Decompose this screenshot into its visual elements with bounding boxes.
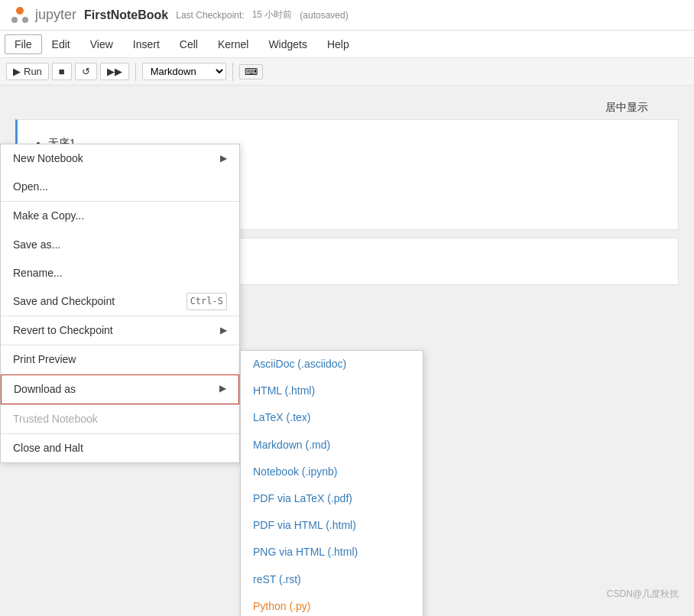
centered-display: 居中显示 [15, 101, 679, 115]
submenu-python[interactable]: Python (.py) [241, 593, 423, 616]
save-checkpoint-shortcut: Ctrl-S [186, 293, 227, 311]
submenu-png-html[interactable]: PNG via HTML (.html) [241, 539, 423, 566]
jupyter-logo-icon [9, 5, 31, 26]
menu-view[interactable]: View [80, 34, 123, 54]
new-notebook-arrow: ▶ [220, 151, 227, 167]
menu-edit[interactable]: Edit [42, 34, 80, 54]
file-dropdown: New Notebook ▶ Open... Make a Copy... Sa… [0, 144, 240, 463]
menu-kernel[interactable]: Kernel [208, 34, 258, 54]
dropdown-section-2: Make a Copy... Save as... Rename... Save… [1, 202, 239, 316]
submenu-asciidoc[interactable]: AsciiDoc (.asciidoc) [241, 351, 423, 378]
new-notebook-label: New Notebook [13, 149, 83, 168]
close-halt-label: Close and Halt [13, 439, 83, 458]
menu-print-preview[interactable]: Print Preview [1, 345, 239, 374]
menu-widgets[interactable]: Widgets [258, 34, 317, 54]
fast-forward-button[interactable]: ▶▶ [100, 63, 129, 80]
menu-cell[interactable]: Cell [170, 34, 208, 54]
menu-help[interactable]: Help [317, 34, 359, 54]
menu-revert-checkpoint[interactable]: Revert to Checkpoint ▶ [1, 316, 239, 345]
autosaved-label: (autosaved) [300, 10, 348, 21]
fast-forward-icon: ▶▶ [107, 66, 122, 77]
toolbar-separator-2 [232, 63, 233, 81]
stop-button[interactable]: ■ [52, 63, 72, 80]
dropdown-section-6: Close and Halt [1, 434, 239, 462]
main-content: 居中显示 无序1 无序2 有序1 有序2 代码块 print('用ta定语言')… [0, 86, 694, 616]
checkpoint-time: 15 小时前 [252, 8, 293, 21]
svg-point-0 [16, 7, 24, 15]
dropdown-section-5: Trusted Notebook [1, 405, 239, 434]
menu-new-notebook[interactable]: New Notebook ▶ [1, 144, 239, 173]
open-label: Open... [13, 177, 48, 196]
cell-type-select[interactable]: Code Markdown Raw NBConvert Heading [142, 63, 226, 80]
menu-open[interactable]: Open... [1, 173, 239, 201]
rename-label: Rename... [13, 264, 63, 283]
menu-file[interactable]: File [5, 34, 42, 54]
revert-checkpoint-label: Revert to Checkpoint [13, 321, 113, 340]
watermark: CSDN@几度秋扰 [607, 588, 679, 601]
restart-icon: ↺ [82, 66, 90, 77]
trusted-notebook-label: Trusted Notebook [13, 410, 98, 429]
notebook-title: FirstNoteBook [84, 8, 168, 22]
print-preview-label: Print Preview [13, 350, 76, 369]
save-as-label: Save as... [13, 235, 60, 255]
toolbar: ▶ Run ■ ↺ ▶▶ Code Markdown Raw NBConvert… [0, 58, 694, 86]
menu-save-as[interactable]: Save as... [1, 231, 239, 259]
submenu-pdf-latex[interactable]: PDF via LaTeX (.pdf) [241, 485, 423, 512]
menu-insert[interactable]: Insert [123, 34, 170, 54]
download-as-label: Download as [14, 380, 76, 399]
submenu-html[interactable]: HTML (.html) [241, 378, 423, 404]
top-bar: jupyter FirstNoteBook Last Checkpoint: 1… [0, 0, 694, 31]
run-icon: ▶ [13, 66, 21, 77]
run-button[interactable]: ▶ Run [6, 63, 49, 80]
menu-trusted-notebook: Trusted Notebook [1, 405, 239, 433]
make-copy-label: Make a Copy... [13, 206, 84, 225]
download-as-arrow: ▶ [219, 381, 226, 397]
keyboard-icon: ⌨ [245, 66, 258, 77]
dropdown-section-1: New Notebook ▶ Open... [1, 144, 239, 202]
menu-make-copy[interactable]: Make a Copy... [1, 202, 239, 230]
menu-bar: File Edit View Insert Cell Kernel Widget… [0, 31, 694, 58]
svg-point-2 [22, 17, 28, 23]
submenu-pdf-html[interactable]: PDF via HTML (.html) [241, 512, 423, 539]
submenu-latex[interactable]: LaTeX (.tex) [241, 404, 423, 431]
menu-rename[interactable]: Rename... [1, 259, 239, 287]
save-checkpoint-label: Save and Checkpoint [13, 292, 115, 311]
toolbar-separator [135, 63, 136, 81]
restart-button[interactable]: ↺ [75, 63, 97, 80]
submenu-rest[interactable]: reST (.rst) [241, 566, 423, 593]
submenu-notebook[interactable]: Notebook (.ipynb) [241, 459, 423, 485]
menu-save-checkpoint[interactable]: Save and Checkpoint Ctrl-S [1, 287, 239, 316]
dropdown-section-4: Print Preview Download as ▶ [1, 345, 239, 404]
keyboard-shortcut-button[interactable]: ⌨ [239, 64, 263, 79]
download-submenu: AsciiDoc (.asciidoc) HTML (.html) LaTeX … [240, 350, 423, 616]
revert-checkpoint-arrow: ▶ [220, 323, 227, 339]
menu-close-halt[interactable]: Close and Halt [1, 434, 239, 462]
jupyter-logo: jupyter [9, 5, 76, 26]
file-dropdown-overlay: New Notebook ▶ Open... Make a Copy... Sa… [0, 144, 240, 463]
svg-point-1 [11, 17, 18, 23]
checkpoint-label: Last Checkpoint: [176, 10, 244, 21]
stop-icon: ■ [59, 66, 65, 77]
run-label: Run [24, 66, 42, 77]
jupyter-brand-text: jupyter [35, 7, 76, 23]
menu-download-as[interactable]: Download as ▶ [1, 374, 239, 404]
dropdown-section-3: Revert to Checkpoint ▶ [1, 316, 239, 345]
submenu-markdown[interactable]: Markdown (.md) [241, 432, 423, 459]
